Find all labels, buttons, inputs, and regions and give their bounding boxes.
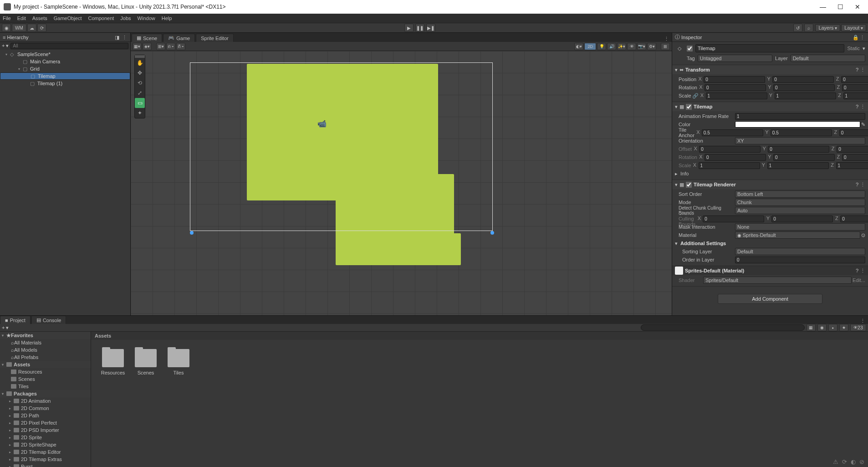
menu-gameobject[interactable]: GameObject [54,15,82,21]
hierarchy-search[interactable] [10,43,128,49]
tool-inc[interactable]: ⫚▾ [176,43,185,50]
wm-button[interactable]: WM [12,24,26,32]
tab-context-icon[interactable]: ⋮ [661,36,672,42]
shader-dropdown[interactable]: Sprites/Default [703,277,852,284]
create-button[interactable]: + ▾ [2,43,9,49]
fav-item[interactable]: ⌕ All Materials [0,339,91,346]
status-icon[interactable]: ⚠ [833,458,838,465]
status-icon[interactable]: ⟳ [842,458,847,465]
hierarchy-item-tilemap[interactable]: ▢Tilemap [0,72,130,80]
fav-item[interactable]: ⌕ All Prefabs [0,354,91,361]
play-button[interactable]: ▶ [404,24,414,32]
account-button[interactable]: ◉ [2,24,11,32]
hierarchy-item-tilemap1[interactable]: ▢Tilemap (1) [0,80,130,87]
package-item[interactable]: ▸2D Sprite [0,434,91,441]
bound-handle[interactable] [490,231,494,235]
gizmos-button[interactable]: ⊞ [661,43,670,50]
menu-help[interactable]: Help [162,15,172,21]
popout-icon[interactable]: ◨ [115,35,120,40]
tool-pivot[interactable]: ◈▾ [143,43,152,50]
menu-jobs[interactable]: Jobs [120,15,131,21]
scl-y[interactable] [775,92,836,99]
package-item[interactable]: ▸2D SpriteShape [0,441,91,448]
hidden-count[interactable]: 👁23 [850,324,866,331]
folder-item[interactable]: Resources [100,349,126,375]
status-icon[interactable]: ◐ [851,458,856,465]
filter4-button[interactable]: ★ [839,324,848,331]
tilemap-enabled[interactable] [686,104,692,110]
gizmo-toggle[interactable]: ⚙▾ [647,43,656,50]
transform-tool[interactable]: ✦ [135,108,145,118]
folder-item[interactable]: Tiles [166,349,191,375]
minimize-button[interactable]: — [820,4,826,10]
folder-item[interactable]: Scenes [133,349,158,375]
search-button[interactable]: ⌕ [804,24,813,32]
asset-folder[interactable]: Resources [0,368,91,375]
transform-header[interactable]: ▾⬌ Transform ?⋮ [672,65,868,74]
tab-console[interactable]: ▤Console [31,316,66,324]
anc-x[interactable] [702,129,763,136]
rot-y[interactable] [773,84,835,91]
material-field[interactable]: ◉ Sprites-Default [735,231,860,239]
tag-dropdown[interactable]: Untagged [698,55,772,62]
picker-icon[interactable]: ✎ [861,122,865,128]
project-search[interactable] [641,324,805,331]
context-icon[interactable]: ⋮ [860,182,865,188]
package-item[interactable]: ▸2D Tilemap Extras [0,456,91,463]
package-item[interactable]: ▸2D Path [0,412,91,419]
layer-dropdown[interactable]: Default [791,55,865,62]
step-button[interactable]: ▶❚ [426,24,435,32]
help-icon[interactable]: ? [856,67,858,72]
undo-history-button[interactable]: ↺ [793,24,802,32]
hand-tool[interactable]: ✋ [135,58,145,68]
rotate-tool[interactable]: ⟲ [135,78,145,88]
pos-z[interactable] [841,76,868,83]
help-icon[interactable]: ? [856,182,858,187]
tilemap-header[interactable]: ▾▦ Tilemap ?⋮ [672,102,868,111]
picker-icon[interactable]: ⊙ [861,232,865,238]
pos-y[interactable] [772,76,834,83]
camera-toggle[interactable]: 📷▾ [637,43,646,50]
help-icon[interactable]: ? [856,268,858,273]
package-item[interactable]: ▸Burst [0,463,91,467]
mask-dropdown[interactable]: None [735,223,865,231]
favorites-header[interactable]: ▾★ Favorites [0,332,91,339]
add-component-button[interactable]: Add Component [718,294,822,304]
close-button[interactable]: ✕ [854,4,861,10]
filter-button[interactable]: ▦ [807,324,816,331]
tab-game[interactable]: 🎮Game [163,34,195,42]
version-button[interactable]: ⟳ [37,24,46,32]
menu-component[interactable]: Component [88,15,114,21]
layers-dropdown[interactable]: Layers ▾ [815,24,840,31]
package-item[interactable]: ▸2D Common [0,405,91,412]
panel-context-icon[interactable]: ⋮ [858,318,868,324]
filter3-button[interactable]: ⬥ [828,324,837,331]
tab-sprite-editor[interactable]: Sprite Editor [196,34,234,42]
menu-file[interactable]: File [3,15,11,21]
fx-toggle[interactable]: ✨▾ [617,43,626,50]
tab-project[interactable]: ■Project [0,316,31,324]
context-icon[interactable]: ⋮ [860,268,865,274]
detect-dropdown[interactable]: Auto [735,207,865,214]
context-icon[interactable]: ⋮ [122,35,128,40]
tool-snap[interactable]: ⫙▾ [166,43,175,50]
hierarchy-item-grid[interactable]: ▾▢Grid [0,65,130,72]
rect-tool[interactable]: ▭ [135,98,145,108]
order-field[interactable] [735,257,865,263]
scl-z[interactable] [843,92,868,99]
status-icon[interactable]: ⊘ [859,458,864,465]
context-icon[interactable]: ⋮ [860,35,865,40]
menu-edit[interactable]: Edit [17,15,26,21]
package-item[interactable]: ▸2D Animation [0,397,91,405]
renderer-enabled[interactable] [686,182,692,188]
menu-window[interactable]: Window [138,15,155,21]
context-icon[interactable]: ⋮ [860,104,865,110]
anc-y[interactable] [771,129,832,136]
sortlayer-dropdown[interactable]: Default [735,248,865,255]
mode-dropdown[interactable]: Chunk [735,199,865,206]
maximize-button[interactable]: ☐ [837,4,843,10]
static-dropdown[interactable]: ▾ [863,46,865,51]
hierarchy-item-scene[interactable]: ▾◇SampleScene* [0,51,130,58]
layout-dropdown[interactable]: Layout ▾ [841,24,866,31]
project-breadcrumb[interactable]: Assets [91,332,868,340]
